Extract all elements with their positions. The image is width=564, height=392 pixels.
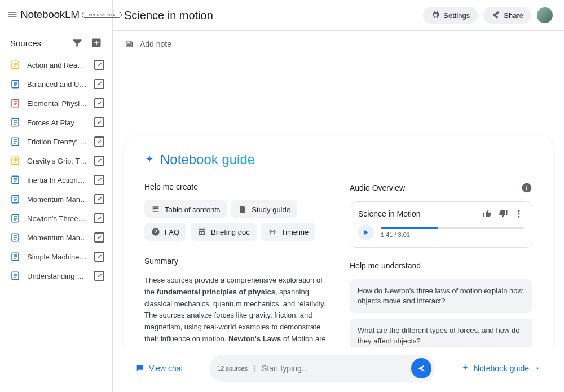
source-label: Action and Reaction xyxy=(27,61,87,69)
audio-progress[interactable] xyxy=(381,227,524,229)
source-item[interactable]: Friction Frenzy: Explorin… xyxy=(0,132,112,151)
doc-icon xyxy=(10,271,20,281)
chevron-down-icon xyxy=(534,364,541,372)
notebook-guide-button[interactable]: Notebook guide xyxy=(461,364,541,373)
source-item[interactable]: Gravity's Grip: The Force… xyxy=(0,151,112,170)
understand-item[interactable]: What are the different types of forces, … xyxy=(350,319,532,347)
chat-input-container: 12 sources xyxy=(209,355,435,382)
source-item[interactable]: Balanced and Unbalance… xyxy=(0,74,112,94)
chip-icon xyxy=(238,205,247,214)
chip-icon xyxy=(268,227,277,236)
view-chat-label: View chat xyxy=(149,364,183,373)
source-checkbox[interactable] xyxy=(94,252,104,262)
doc-icon xyxy=(10,252,20,262)
thumbs-down-icon[interactable] xyxy=(498,209,508,219)
source-checkbox[interactable] xyxy=(94,175,104,185)
svg-point-49 xyxy=(518,213,520,215)
doc-icon xyxy=(10,136,20,147)
menu-button[interactable] xyxy=(7,6,18,24)
source-item[interactable]: Forces At Play xyxy=(0,113,112,132)
source-checkbox[interactable] xyxy=(94,60,104,70)
understand-label: Help me understand xyxy=(350,261,532,270)
share-button[interactable]: Share xyxy=(483,7,531,24)
chip-icon xyxy=(151,205,160,214)
avatar[interactable] xyxy=(537,7,553,23)
source-checkbox[interactable] xyxy=(94,156,104,166)
chip-timeline[interactable]: Timeline xyxy=(261,223,316,241)
source-item[interactable]: Momentum Mania: Inves… xyxy=(0,228,112,247)
audio-label: Audio Overview xyxy=(350,183,405,192)
brand-name: NotebookLM xyxy=(20,8,80,21)
chip-label: Timeline xyxy=(281,228,309,236)
source-label: Balanced and Unbalance… xyxy=(27,80,87,89)
add-source-icon[interactable] xyxy=(89,35,104,51)
svg-point-48 xyxy=(518,210,520,212)
chat-input[interactable] xyxy=(262,364,404,373)
summary-label: Summary xyxy=(144,257,327,266)
source-checkbox[interactable] xyxy=(94,232,104,243)
source-checkbox[interactable] xyxy=(94,136,104,147)
chip-label: Briefing doc xyxy=(211,228,250,236)
play-button[interactable] xyxy=(358,224,374,240)
create-label: Help me create xyxy=(144,182,327,191)
sources-title: Sources xyxy=(10,38,41,48)
settings-label: Settings xyxy=(443,11,470,20)
nb-guide-label: Notebook guide xyxy=(474,364,529,373)
source-checkbox[interactable] xyxy=(94,79,104,89)
source-label: Forces At Play xyxy=(27,118,87,127)
source-count: 12 sources xyxy=(217,365,255,372)
source-checkbox[interactable] xyxy=(94,98,104,108)
source-label: Momentum Mania: Inves… xyxy=(27,234,87,242)
doc-icon xyxy=(10,194,20,204)
doc-icon xyxy=(10,79,20,89)
understand-item[interactable]: How do Newton's three laws of motion exp… xyxy=(350,279,532,313)
add-note-button[interactable]: Add note xyxy=(124,39,553,49)
source-checkbox[interactable] xyxy=(94,117,104,127)
source-label: Understanding Speed, Ve… xyxy=(27,272,87,280)
source-label: Simple Machines Make… xyxy=(27,253,87,261)
source-label: Friction Frenzy: Explorin… xyxy=(27,138,87,146)
svg-point-50 xyxy=(518,216,520,218)
source-item[interactable]: Action and Reaction xyxy=(0,55,112,74)
source-checkbox[interactable] xyxy=(94,271,104,281)
doc-icon xyxy=(10,60,20,70)
doc-icon xyxy=(10,156,20,166)
source-item[interactable]: Momentum Mania: Inves… xyxy=(0,190,112,209)
chip-label: Table of contents xyxy=(165,205,220,214)
audio-title: Science in Motion xyxy=(358,209,421,218)
source-label: Inertia In Action… xyxy=(27,176,87,184)
sparkle-icon xyxy=(144,155,155,165)
doc-icon xyxy=(10,213,20,223)
source-checkbox[interactable] xyxy=(94,194,104,204)
audio-time: 1:41 / 3:01 xyxy=(381,231,524,238)
more-icon[interactable] xyxy=(514,209,524,219)
chip-icon xyxy=(197,227,206,236)
source-item[interactable]: Simple Machines Make… xyxy=(0,247,112,266)
doc-icon xyxy=(10,117,20,127)
chip-briefing-doc[interactable]: Briefing doc xyxy=(191,223,257,241)
add-note-label: Add note xyxy=(140,39,171,49)
source-item[interactable]: Inertia In Action… xyxy=(0,170,112,190)
audio-card: Science in Motion xyxy=(350,201,532,248)
send-button[interactable] xyxy=(411,358,431,378)
filter-icon[interactable] xyxy=(69,35,85,51)
source-item[interactable]: Newton's Three Laws… xyxy=(0,209,112,228)
info-icon[interactable] xyxy=(521,182,532,193)
chip-study-guide[interactable]: Study guide xyxy=(231,200,297,218)
chip-icon xyxy=(151,227,160,236)
chip-faq[interactable]: FAQ xyxy=(144,223,186,241)
doc-icon xyxy=(10,98,20,108)
source-label: Newton's Three Laws… xyxy=(27,214,87,223)
chip-label: FAQ xyxy=(165,228,179,236)
view-chat-button[interactable]: View chat xyxy=(135,364,183,373)
chip-table-of-contents[interactable]: Table of contents xyxy=(144,200,227,218)
chip-label: Study guide xyxy=(252,205,290,214)
settings-button[interactable]: Settings xyxy=(423,7,478,24)
source-item[interactable]: Elemental Physics, Third… xyxy=(0,94,112,113)
doc-icon xyxy=(10,232,20,243)
source-checkbox[interactable] xyxy=(94,213,104,223)
thumbs-up-icon[interactable] xyxy=(482,209,492,219)
source-item[interactable]: Understanding Speed, Ve… xyxy=(0,266,112,285)
source-label: Gravity's Grip: The Force… xyxy=(27,157,87,165)
doc-title[interactable]: Science in motion xyxy=(124,9,213,22)
